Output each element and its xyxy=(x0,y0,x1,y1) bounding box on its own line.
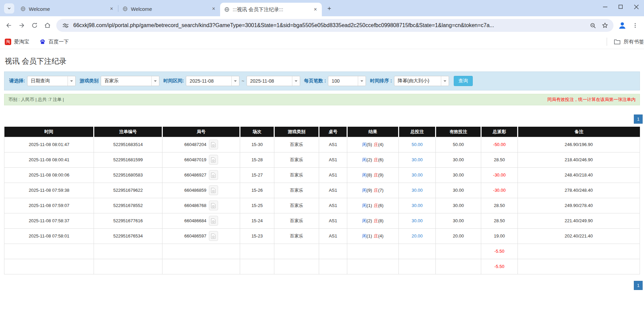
bookmark-baidu[interactable]: 百度一下 xyxy=(39,39,69,45)
new-tab-button[interactable] xyxy=(325,4,334,13)
bookmark-taobao[interactable]: 淘 爱淘宝 xyxy=(5,39,29,45)
sort-select[interactable]: 降幂(由大到小) xyxy=(394,76,449,86)
cell-result: 闲(2)庄(8) xyxy=(347,213,399,228)
tab-strip: Welcome × Welcome × :::视讯 会员下注纪录::: × xyxy=(0,0,644,16)
tab-title: :::视讯 会员下注纪录::: xyxy=(233,6,309,13)
summary-notice: 同局有效投注，统一计算在该局第一张注单内 xyxy=(547,97,636,103)
cell-round: 660486684 xyxy=(162,213,240,228)
tab-welcome-1[interactable]: Welcome × xyxy=(16,3,118,15)
page-title: 视讯 会员下注纪录 xyxy=(5,56,640,66)
cell-session: 15-25 xyxy=(240,198,274,213)
tab-bet-record-active[interactable]: :::视讯 会员下注纪录::: × xyxy=(220,3,322,16)
tab-search-button[interactable] xyxy=(4,3,14,14)
cell-valid-bet: 30.00 xyxy=(436,167,481,183)
plus-icon xyxy=(327,6,332,11)
video-replay-icon[interactable] xyxy=(209,170,218,180)
cell-bet-id: 522951678552 xyxy=(94,198,162,213)
table-row: 2025-11-08 08:00:41 522951681599 6604870… xyxy=(4,152,640,167)
cell-result: 闲(1)庄(6) xyxy=(347,198,399,213)
subtotal-label: 小计 xyxy=(4,244,94,259)
query-type-select[interactable]: 日期查询 xyxy=(27,76,76,86)
bookmark-label: 爱淘宝 xyxy=(14,39,29,45)
page-number-button[interactable]: 1 xyxy=(634,115,643,124)
subtotal-total-bet: 220.00 xyxy=(399,244,436,259)
pagination-top: 1 xyxy=(4,115,643,124)
cell-game: 百家乐 xyxy=(274,228,319,244)
minimize-button[interactable] xyxy=(597,0,613,14)
chevron-down-icon xyxy=(67,76,75,86)
cell-valid-bet: 30.00 xyxy=(436,198,481,213)
video-replay-icon[interactable] xyxy=(209,140,218,149)
profile-avatar[interactable] xyxy=(616,19,628,32)
grand-total-valid-bet: 220.00 xyxy=(436,259,481,274)
cell-total-bet: 50.00 xyxy=(399,137,436,152)
browser-toolbar: 66cxkj98.com/ipl/portal.php/game/betreco… xyxy=(0,16,644,35)
header-result: 结果 xyxy=(347,127,399,137)
cell-payout: -30.00 xyxy=(481,167,518,183)
cell-time: 2025-11-08 07:59:38 xyxy=(4,183,94,198)
cell-table-no: AS1 xyxy=(319,137,347,152)
subtotal-payout: -5.50 xyxy=(481,244,518,259)
baidu-paw-icon xyxy=(39,39,46,45)
cell-bet-id: 522951683514 xyxy=(94,137,162,152)
zoom-icon[interactable] xyxy=(588,21,597,30)
cell-valid-bet: 30.00 xyxy=(436,213,481,228)
cell-valid-bet: 50.00 xyxy=(436,137,481,152)
video-replay-icon[interactable] xyxy=(209,185,218,195)
table-row: 2025-11-08 07:58:01 522951676534 6604865… xyxy=(4,228,640,244)
cell-table-no: AS1 xyxy=(319,213,347,228)
chevron-down-icon xyxy=(292,76,300,86)
site-info-icon[interactable] xyxy=(61,21,70,30)
cell-table-no: AS1 xyxy=(319,228,347,244)
forward-button[interactable] xyxy=(16,19,28,32)
video-replay-icon[interactable] xyxy=(209,216,218,226)
header-round: 局号 xyxy=(162,127,240,137)
date-from-select[interactable]: 2025-11-08 xyxy=(186,76,239,86)
home-button[interactable] xyxy=(41,19,54,32)
maximize-button[interactable] xyxy=(613,0,628,14)
subtotal-row: 小计 7 220.00 220.00 -5.50 xyxy=(4,244,640,259)
filter-panel: 请选择: 日期查询 游戏类别 百家乐 时间区间: 2025-11-08 ~ 20… xyxy=(4,71,640,90)
browser-menu-icon[interactable] xyxy=(629,19,641,32)
tab-close-icon[interactable]: × xyxy=(312,6,318,13)
cell-time: 2025-11-08 07:58:01 xyxy=(4,228,94,244)
tab-close-icon[interactable]: × xyxy=(211,6,217,12)
video-replay-icon[interactable] xyxy=(209,201,218,210)
cell-game: 百家乐 xyxy=(274,213,319,228)
search-button[interactable]: 查询 xyxy=(454,76,473,86)
video-replay-icon[interactable] xyxy=(209,155,218,165)
bookmark-star-icon[interactable] xyxy=(601,21,609,30)
all-bookmarks-button[interactable]: 所有书签 xyxy=(614,39,644,45)
reload-button[interactable] xyxy=(28,19,41,32)
select-label: 请选择: xyxy=(9,78,25,84)
video-replay-icon[interactable] xyxy=(209,231,218,241)
cell-game: 百家乐 xyxy=(274,152,319,167)
summary-bar: 币别 : 人民币 | 总共 :7 注单 | 同局有效投注，统一计算在该局第一张注… xyxy=(4,94,640,105)
header-table-no: 桌号 xyxy=(319,127,347,137)
cell-bet-id: 522951677616 xyxy=(94,213,162,228)
back-button[interactable] xyxy=(3,19,15,32)
page-number-button[interactable]: 1 xyxy=(634,281,643,290)
subtotal-valid-bet: 220.00 xyxy=(436,244,481,259)
cell-time: 2025-11-08 08:00:06 xyxy=(4,167,94,183)
per-page-select[interactable]: 100 xyxy=(328,76,366,86)
tab-close-icon[interactable]: × xyxy=(109,6,115,12)
cell-round: 660486927 xyxy=(162,167,240,183)
url-bar[interactable]: 66cxkj98.com/ipl/portal.php/game/betreco… xyxy=(56,19,613,32)
cell-note: 246.90/196.90 xyxy=(518,137,640,152)
cell-bet-id: 522951679622 xyxy=(94,183,162,198)
tab-title: Welcome xyxy=(29,6,105,12)
chevron-down-icon xyxy=(358,76,366,86)
game-type-select[interactable]: 百家乐 xyxy=(101,76,159,86)
cell-round: 660487204 xyxy=(162,137,240,152)
tab-welcome-2[interactable]: Welcome × xyxy=(118,3,220,15)
date-to-select[interactable]: 2025-11-08 xyxy=(247,76,300,86)
folder-icon xyxy=(614,39,621,45)
cell-bet-id: 522951676534 xyxy=(94,228,162,244)
header-total-bet: 总投注 xyxy=(399,127,436,137)
cell-table-no: AS1 xyxy=(319,167,347,183)
cell-result: 闲(8)庄(9) xyxy=(347,167,399,183)
cell-note: 218.40/246.90 xyxy=(518,152,640,167)
cell-total-bet: 30.00 xyxy=(399,198,436,213)
close-window-button[interactable] xyxy=(628,0,644,14)
